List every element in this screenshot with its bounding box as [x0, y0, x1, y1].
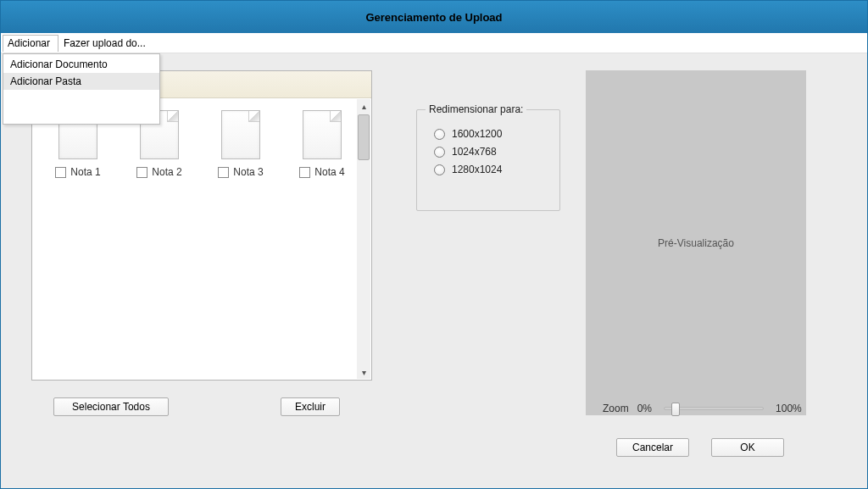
file-checkbox[interactable]: [136, 167, 147, 178]
preview-label: Pré-Visualização: [658, 237, 734, 249]
file-grid: Nota 1 Nota 2 Nota 3: [32, 98, 371, 380]
menu-add[interactable]: Adicionar: [3, 35, 58, 52]
resize-legend: Redimensionar para:: [426, 103, 526, 115]
menu-add-folder[interactable]: Adicionar Pasta: [3, 73, 159, 90]
file-checkbox[interactable]: [299, 167, 310, 178]
menubar: Adicionar Fazer upload do...: [1, 33, 867, 53]
resize-option-label: 1024x768: [452, 146, 497, 158]
resize-option[interactable]: 1600x1200: [434, 128, 546, 140]
chevron-down-icon[interactable]: ▾: [357, 365, 370, 379]
document-icon: [303, 110, 342, 159]
resize-option-label: 1600x1200: [452, 128, 502, 140]
preview-pane: Pré-Visualização: [586, 70, 806, 415]
file-checkbox[interactable]: [55, 167, 66, 178]
cancel-button[interactable]: Cancelar: [616, 438, 689, 457]
zoom-control: Zoom 0% 100%: [603, 403, 802, 414]
resize-option-label: 1280x1024: [452, 164, 502, 175]
zoom-slider-thumb[interactable]: [671, 403, 680, 416]
zoom-label: Zoom: [603, 403, 629, 414]
scrollbar-thumb[interactable]: [358, 114, 370, 160]
document-icon: [221, 110, 260, 159]
select-all-button[interactable]: Selecionar Todos: [53, 397, 169, 416]
delete-button[interactable]: Excluir: [281, 397, 340, 416]
radio-icon[interactable]: [434, 164, 445, 175]
file-item[interactable]: Nota 3: [203, 110, 278, 178]
file-label: Nota 2: [152, 166, 181, 178]
titlebar[interactable]: Gerenciamento de Upload: [1, 1, 867, 33]
chevron-up-icon[interactable]: ▴: [357, 99, 370, 113]
menu-add-document[interactable]: Adicionar Documento: [3, 56, 159, 73]
file-checkbox[interactable]: [218, 167, 229, 178]
file-label: Nota 1: [70, 166, 100, 178]
menu-add-dropdown: Adicionar Documento Adicionar Pasta: [3, 53, 160, 125]
window-title: Gerenciamento de Upload: [365, 11, 502, 24]
file-label: Nota 3: [233, 166, 263, 178]
file-list-scrollbar[interactable]: ▴ ▾: [357, 99, 370, 379]
file-label: Nota 4: [314, 166, 344, 178]
menu-upload[interactable]: Fazer upload do...: [58, 35, 154, 52]
zoom-max-label: 100%: [776, 403, 802, 414]
resize-option[interactable]: 1280x1024: [434, 164, 546, 175]
upload-manager-window: Gerenciamento de Upload Adicionar Fazer …: [0, 0, 868, 489]
ok-button[interactable]: OK: [711, 438, 784, 457]
resize-option[interactable]: 1024x768: [434, 146, 546, 158]
zoom-min-label: 0%: [637, 403, 652, 414]
file-item[interactable]: Nota 4: [285, 110, 359, 178]
radio-icon[interactable]: [434, 129, 445, 140]
zoom-slider[interactable]: [664, 407, 764, 410]
client-area: Adicionar Fazer upload do... Adicionar D…: [1, 33, 867, 488]
radio-icon[interactable]: [434, 147, 445, 158]
resize-groupbox: Redimensionar para: 1600x1200 1024x768 1…: [416, 109, 560, 211]
